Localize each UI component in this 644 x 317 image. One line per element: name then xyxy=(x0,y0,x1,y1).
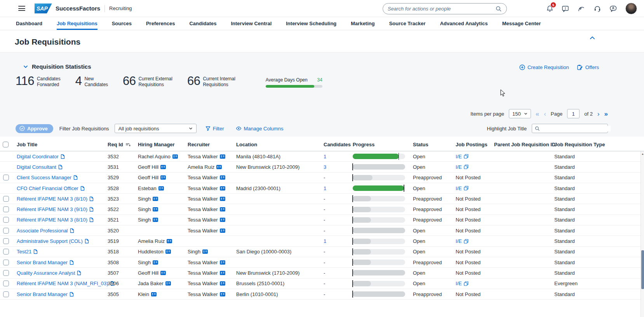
approve-button[interactable]: Approve xyxy=(16,124,53,133)
job-title-link[interactable]: Senior Brand Manager xyxy=(17,291,68,297)
contact-card-icon[interactable] xyxy=(160,165,166,169)
contact-card-icon[interactable] xyxy=(220,229,225,233)
contact-card-icon[interactable] xyxy=(167,239,172,243)
job-title-link[interactable]: Administrative Support (COL) xyxy=(17,238,83,244)
row-checkbox[interactable] xyxy=(3,196,9,202)
job-title-link[interactable]: Référent IFAPME NAM 3 (9/10) xyxy=(17,206,87,212)
tab-source-tracker[interactable]: Source Tracker xyxy=(389,17,426,30)
create-requisition-button[interactable]: Create Requisition xyxy=(519,64,569,70)
contact-card-icon[interactable] xyxy=(220,186,225,191)
last-page-button[interactable]: » xyxy=(604,111,608,117)
postings-ie-link[interactable]: I/E xyxy=(456,164,462,170)
header-cell-job-title[interactable]: Job Title xyxy=(14,142,105,151)
duplicate-requisition-icon[interactable] xyxy=(70,292,74,297)
next-page-button[interactable]: › xyxy=(597,111,600,117)
contact-card-icon[interactable] xyxy=(153,207,158,211)
contact-card-icon[interactable] xyxy=(160,271,166,275)
scrollbar-up-arrow[interactable]: ▲ xyxy=(641,152,644,156)
copy-posting-icon[interactable] xyxy=(464,165,468,169)
duplicate-requisition-icon[interactable] xyxy=(61,154,65,159)
copy-posting-icon[interactable] xyxy=(464,186,468,191)
postings-ie-link[interactable]: I/E xyxy=(456,185,462,191)
candidates-count-link[interactable]: 1 xyxy=(324,154,326,159)
first-page-button[interactable]: « xyxy=(536,111,539,117)
contact-card-icon[interactable] xyxy=(153,218,158,222)
row-checkbox[interactable] xyxy=(3,281,9,286)
row-checkbox[interactable] xyxy=(3,270,9,276)
duplicate-requisition-icon[interactable] xyxy=(58,165,63,170)
postings-ie-link[interactable]: I/E xyxy=(456,238,462,244)
job-title-link[interactable]: Digital Consultant xyxy=(17,164,56,170)
contact-card-icon[interactable] xyxy=(220,154,225,159)
tab-sources[interactable]: Sources xyxy=(112,17,132,30)
duplicate-requisition-icon[interactable] xyxy=(77,270,81,275)
tab-marketing[interactable]: Marketing xyxy=(351,17,374,30)
candidates-count-link[interactable]: 1 xyxy=(324,185,326,191)
requisition-filter-dropdown[interactable]: All job requisitions xyxy=(115,124,197,133)
chat-icon[interactable] xyxy=(609,5,617,12)
row-checkbox[interactable] xyxy=(3,217,9,223)
hamburger-menu-icon[interactable] xyxy=(18,6,25,11)
duplicate-requisition-icon[interactable] xyxy=(89,196,94,201)
contact-card-icon[interactable] xyxy=(165,249,171,254)
contact-card-icon[interactable] xyxy=(216,165,222,169)
header-cell-status[interactable]: Status xyxy=(410,142,453,151)
support-headset-icon[interactable] xyxy=(594,5,601,12)
tab-job-requisitions[interactable]: Job Requisitions xyxy=(57,17,97,30)
header-cell-hiring-manager[interactable]: Hiring Manager xyxy=(135,142,185,151)
global-search-input[interactable] xyxy=(388,6,496,12)
contact-card-icon[interactable] xyxy=(220,175,225,180)
header-cell-recruiter[interactable]: Recruiter xyxy=(185,142,233,151)
manage-columns-button[interactable]: Manage Columns xyxy=(236,126,284,132)
contact-card-icon[interactable] xyxy=(220,292,225,296)
header-cell-job-requisition-type[interactable]: Job Requisition Type xyxy=(552,142,644,151)
tab-preferences[interactable]: Preferences xyxy=(146,17,175,30)
contact-card-icon[interactable] xyxy=(153,260,158,265)
job-title-link[interactable]: Senior Brand Manager xyxy=(17,260,68,265)
items-per-page-select[interactable]: 150 xyxy=(509,109,531,118)
row-checkbox[interactable] xyxy=(3,175,9,180)
collapse-header-chevron-icon[interactable] xyxy=(590,34,595,41)
contact-card-icon[interactable] xyxy=(172,154,178,159)
duplicate-requisition-icon[interactable] xyxy=(73,175,78,180)
contact-card-icon[interactable] xyxy=(158,186,164,191)
duplicate-requisition-icon[interactable] xyxy=(89,207,94,212)
job-title-link[interactable]: Référent IFAPME NAM 3 (8/10) xyxy=(17,196,87,202)
highlight-job-title-input[interactable] xyxy=(542,126,611,132)
tab-dashboard[interactable]: Dashboard xyxy=(16,17,42,30)
job-title-link[interactable]: Test21 xyxy=(17,249,31,255)
notifications-bell-icon[interactable]: 5 xyxy=(546,5,553,12)
contact-card-icon[interactable] xyxy=(220,207,225,211)
copy-posting-icon[interactable] xyxy=(464,281,468,286)
user-avatar[interactable] xyxy=(625,3,637,14)
section-chevron-down-icon[interactable] xyxy=(23,65,28,68)
duplicate-requisition-icon[interactable] xyxy=(33,249,38,254)
duplicate-requisition-icon[interactable] xyxy=(89,217,94,222)
row-checkbox[interactable] xyxy=(3,238,9,244)
sort-icon[interactable] xyxy=(125,142,131,147)
duplicate-requisition-icon[interactable] xyxy=(85,239,89,244)
copy-posting-icon[interactable] xyxy=(464,239,468,244)
header-cell-job-postings[interactable]: Job Postings xyxy=(453,142,491,151)
header-cell-candidates[interactable]: Candidates xyxy=(321,142,350,151)
contact-card-icon[interactable] xyxy=(220,218,225,222)
contact-card-icon[interactable] xyxy=(220,281,225,286)
duplicate-requisition-icon[interactable] xyxy=(70,228,74,233)
postings-ie-link[interactable]: I/E xyxy=(456,154,462,159)
page-number-input[interactable] xyxy=(567,109,580,118)
header-cell-location[interactable]: Location xyxy=(233,142,321,151)
job-title-link[interactable]: Référent IFAPME NAM 3 (NAM_RFI_03) xyxy=(17,281,108,286)
row-checkbox[interactable] xyxy=(3,206,9,212)
row-checkbox[interactable] xyxy=(3,249,9,255)
highlight-job-title-search[interactable] xyxy=(532,124,608,133)
tab-interview-scheduling[interactable]: Interview Scheduling xyxy=(286,17,336,30)
header-cell-req-id[interactable]: Req Id xyxy=(105,142,135,151)
previous-page-button[interactable]: ‹ xyxy=(544,111,546,117)
scrollbar-thumb[interactable] xyxy=(641,250,644,289)
feedback-icon[interactable] xyxy=(562,5,569,12)
copy-posting-icon[interactable] xyxy=(464,154,468,159)
vertical-scrollbar[interactable]: ▲ xyxy=(641,151,644,317)
tab-interview-central[interactable]: Interview Central xyxy=(231,17,272,30)
header-cell-parent-job-requisition-id[interactable]: Parent Job Requisition ID xyxy=(491,142,552,151)
tab-candidates[interactable]: Candidates xyxy=(189,17,216,30)
